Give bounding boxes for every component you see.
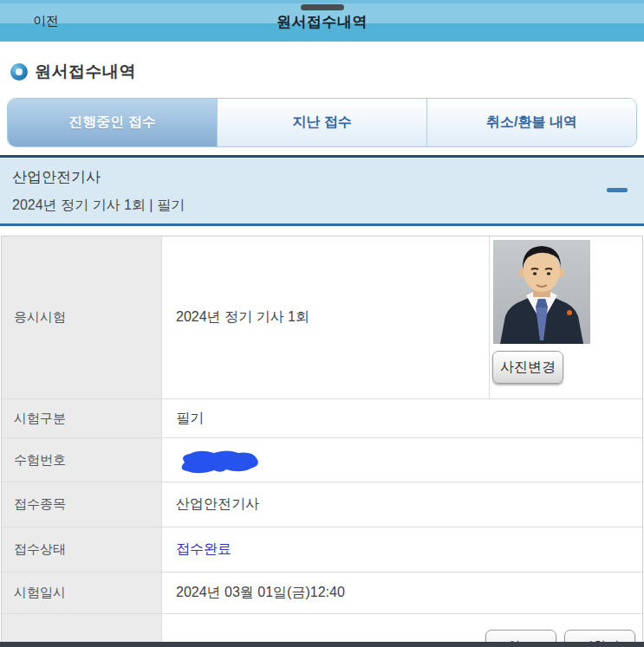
tab-past-applications[interactable]: 지난 접수: [217, 99, 426, 146]
row-value: 필기: [162, 399, 642, 437]
photo-cell: 사진변경: [489, 236, 642, 398]
row-label: 응시시험: [2, 236, 162, 398]
top-navigation-bar: 이전 원서접수내역: [0, 0, 644, 42]
table-row: 시험일시 2024년 03월 01일(금)12:40: [2, 573, 642, 614]
photo-change-button[interactable]: 사진변경: [492, 351, 563, 384]
table-row: 접수종목 산업안전기사: [2, 482, 642, 527]
table-row: 시험구분 필기: [2, 399, 642, 438]
section-title: 원서접수내역: [35, 61, 136, 83]
row-value: 산업안전기사: [162, 482, 642, 527]
row-label: 수험번호: [2, 438, 162, 482]
tab-bar: 진행중인 접수 지난 접수 취소/환불 내역: [7, 98, 637, 147]
row-label: 접수상태: [2, 527, 162, 572]
accordion-header-exam[interactable]: 산업안전기사 2024년 정기 기사 1회 | 필기: [0, 158, 644, 226]
tab-ongoing-applications[interactable]: 진행중인 접수: [8, 99, 217, 146]
table-row: 수험번호: [2, 438, 642, 482]
row-value: 2024년 03월 01일(금)12:40: [162, 573, 642, 613]
tab-cancel-refund-history[interactable]: 취소/환불 내역: [426, 99, 636, 146]
bottom-edge-bar: [0, 642, 644, 647]
application-detail-table: 응시시험 2024년 정기 기사 1회: [1, 236, 643, 647]
exam-session: 2024년 정기 기사 1회 | 필기: [12, 197, 644, 215]
table-row: 응시시험 2024년 정기 기사 1회: [2, 236, 642, 399]
row-label: 시험일시: [2, 573, 162, 613]
application-screen: 이전 원서접수내역 원서접수내역 진행중인 접수 지난 접수 취소/환불 내역 …: [0, 0, 644, 647]
id-photo-portrait: [493, 240, 590, 344]
status-badge: 접수완료: [162, 527, 642, 572]
blue-scribble-redaction: [176, 447, 263, 475]
page-title: 원서접수내역: [0, 12, 644, 32]
drag-handle-pill: [301, 4, 344, 10]
row-label: 시험구분: [2, 399, 162, 437]
collapse-minus-icon[interactable]: [607, 188, 628, 192]
row-value-redacted: [162, 438, 642, 482]
exam-name: 산업안전기사: [12, 167, 644, 187]
table-row: 접수상태 접수완료: [2, 527, 642, 573]
donut-bullet-icon: [10, 63, 28, 81]
row-value: 2024년 정기 기사 1회: [162, 236, 489, 398]
section-header: 원서접수내역: [10, 61, 136, 83]
row-label: 접수종목: [2, 482, 162, 527]
